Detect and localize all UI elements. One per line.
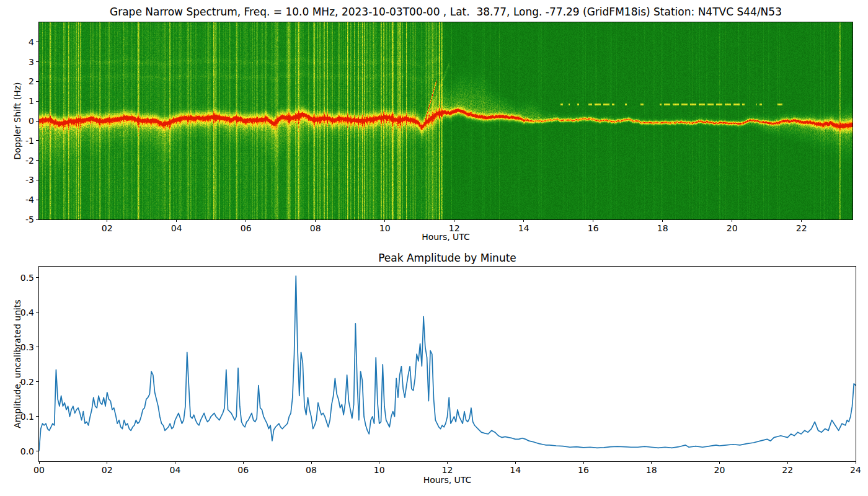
y-tick-label: 0.2 xyxy=(9,377,34,387)
x-tick-mark xyxy=(732,219,732,222)
y-tick-label: 1 xyxy=(9,96,34,106)
y-tick-label: 0.4 xyxy=(9,308,34,317)
y-tick-mark xyxy=(36,200,38,200)
y-tick-mark xyxy=(36,121,38,122)
y-tick-mark xyxy=(36,277,38,278)
x-tick-mark xyxy=(523,219,524,222)
x-tick-mark xyxy=(515,461,516,464)
y-tick-label: 3 xyxy=(9,57,34,67)
x-tick-mark xyxy=(593,219,593,222)
y-tick-mark xyxy=(36,312,38,312)
x-tick-mark xyxy=(175,461,175,464)
y-tick-mark xyxy=(36,42,38,42)
y-tick-label: -3 xyxy=(9,175,34,185)
x-tick-mark xyxy=(379,461,379,464)
x-tick-label: 06 xyxy=(237,465,249,475)
y-tick-mark xyxy=(36,140,38,141)
y-tick-mark xyxy=(36,81,38,82)
x-tick-mark xyxy=(39,461,40,464)
x-tick-label: 04 xyxy=(170,465,181,475)
spectrogram-image xyxy=(39,22,852,219)
x-tick-label: 22 xyxy=(782,465,793,475)
y-tick-label: -1 xyxy=(9,136,34,146)
x-tick-label: 00 xyxy=(33,465,45,475)
y-tick-label: 0.5 xyxy=(9,273,34,283)
x-tick-label: 12 xyxy=(449,223,460,233)
figure: Grape Narrow Spectrum, Freq. = 10.0 MHz,… xyxy=(0,0,868,496)
spectrogram-axes xyxy=(38,22,853,220)
y-tick-label: 0 xyxy=(9,116,34,126)
spectrogram-xlabel: Hours, UTC xyxy=(38,232,853,242)
y-tick-mark xyxy=(36,61,38,62)
y-tick-mark xyxy=(36,416,38,417)
x-tick-mark xyxy=(315,219,316,222)
x-tick-label: 16 xyxy=(578,465,589,475)
x-tick-mark xyxy=(801,219,802,222)
spectrogram-title: Grape Narrow Spectrum, Freq. = 10.0 MHz,… xyxy=(38,6,853,18)
x-tick-label: 06 xyxy=(241,223,252,233)
x-tick-mark xyxy=(856,461,856,464)
x-tick-mark xyxy=(176,219,177,222)
x-tick-label: 04 xyxy=(171,223,182,233)
amplitude-xlabel: Hours, UTC xyxy=(38,475,856,485)
x-tick-mark xyxy=(447,461,448,464)
x-tick-mark xyxy=(662,219,663,222)
amplitude-title: Peak Amplitude by Minute xyxy=(38,252,856,264)
y-tick-mark xyxy=(36,347,38,347)
x-tick-mark xyxy=(243,461,244,464)
x-tick-label: 02 xyxy=(102,223,113,233)
x-tick-label: 14 xyxy=(518,223,529,233)
y-tick-mark xyxy=(36,160,38,161)
amplitude-axes xyxy=(38,266,856,462)
y-tick-label: 4 xyxy=(9,37,34,47)
y-tick-mark xyxy=(36,180,38,180)
amplitude-ylabel: Amplitude, uncalibrated units xyxy=(12,265,23,463)
x-tick-mark xyxy=(787,461,788,464)
x-tick-mark xyxy=(246,219,246,222)
x-tick-label: 18 xyxy=(646,465,657,475)
x-tick-mark xyxy=(107,219,107,222)
x-tick-label: 08 xyxy=(310,223,321,233)
x-tick-label: 12 xyxy=(442,465,453,475)
y-tick-label: -5 xyxy=(9,215,34,224)
y-tick-label: 0.0 xyxy=(9,446,34,456)
x-tick-mark xyxy=(454,219,454,222)
x-tick-label: 16 xyxy=(588,223,599,233)
x-tick-mark xyxy=(651,461,652,464)
y-tick-label: 0.1 xyxy=(9,412,34,422)
x-tick-label: 20 xyxy=(714,465,725,475)
x-tick-label: 18 xyxy=(657,223,668,233)
x-tick-label: 10 xyxy=(374,465,385,475)
x-tick-mark xyxy=(719,461,720,464)
x-tick-mark xyxy=(107,461,107,464)
x-tick-mark xyxy=(311,461,312,464)
x-tick-label: 08 xyxy=(306,465,317,475)
y-tick-mark xyxy=(36,451,38,451)
x-tick-label: 10 xyxy=(379,223,391,233)
y-tick-label: -4 xyxy=(9,195,34,205)
x-tick-label: 14 xyxy=(510,465,521,475)
y-tick-label: 2 xyxy=(9,76,34,86)
x-tick-label: 02 xyxy=(102,465,113,475)
y-tick-mark xyxy=(36,101,38,102)
x-tick-label: 22 xyxy=(796,223,807,233)
x-tick-label: 20 xyxy=(727,223,738,233)
y-tick-label: -2 xyxy=(9,156,34,166)
x-tick-mark xyxy=(583,461,584,464)
amplitude-line-chart xyxy=(39,267,856,461)
y-tick-mark xyxy=(36,219,38,220)
y-tick-mark xyxy=(36,381,38,382)
x-tick-mark xyxy=(384,219,385,222)
x-tick-label: 24 xyxy=(850,465,861,475)
y-tick-label: 0.3 xyxy=(9,342,34,352)
